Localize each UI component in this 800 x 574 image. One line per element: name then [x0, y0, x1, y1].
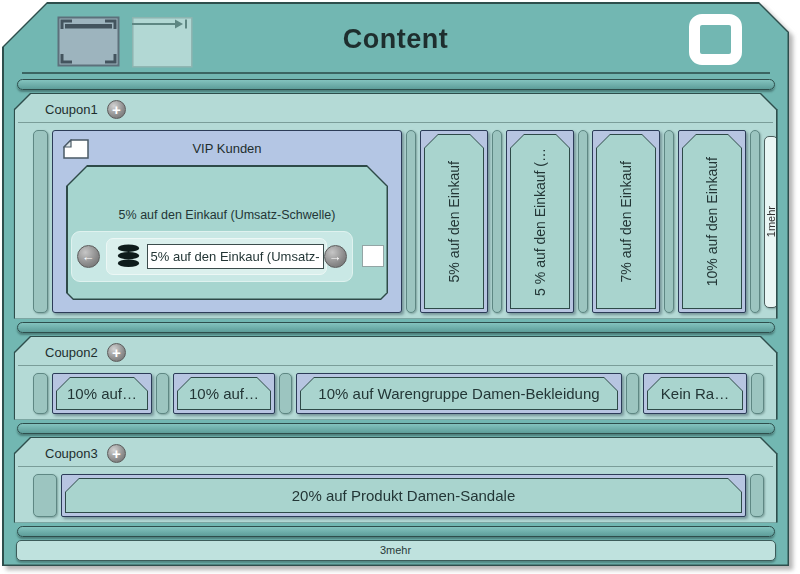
coupon-card[interactable]: 5 % auf den Einkauf (… [506, 130, 574, 313]
collapsed-bar[interactable] [17, 322, 775, 333]
coupon3-row: 20% auf Produkt Damen-Sandale [15, 469, 776, 526]
page-background: Content Coupon1 + [0, 0, 800, 574]
page-title: Content [343, 24, 448, 55]
vip-card-body-border: 5% auf den Einkauf (Umsatz-Schwelle) ← [66, 165, 388, 300]
vip-card-title: VIP Kunden [192, 141, 261, 156]
window-header: Content [4, 4, 788, 72]
collapsed-coupon-strip[interactable] [33, 130, 48, 313]
collapsed-coupon-strip[interactable] [406, 130, 416, 313]
coupon-text-input[interactable] [147, 244, 324, 269]
more-sections-button[interactable]: 3mehr [16, 540, 776, 561]
next-arrow-button[interactable]: → [324, 245, 347, 268]
document-icon [63, 139, 89, 159]
section-divider [18, 466, 773, 467]
collapsed-coupon-strip[interactable] [751, 373, 764, 414]
window-shadow: Content Coupon1 + [2, 2, 789, 566]
coupon-card[interactable]: 10% auf… [173, 373, 275, 414]
coupon2-row: 10% auf… 10% auf… [15, 368, 776, 423]
coupon-card-label: 7% auf den Einkauf [618, 161, 634, 282]
content-window: Content Coupon1 + [4, 4, 788, 565]
coupon-card-label: 10% auf den Einkauf [704, 157, 720, 286]
coupon1-label: Coupon1 [45, 102, 98, 117]
coupon-card[interactable]: 10% auf… [52, 373, 152, 414]
coupon2-header: Coupon2 + [15, 337, 776, 363]
coupon-card[interactable]: 20% auf Produkt Damen-Sandale [61, 474, 746, 517]
section-divider [18, 365, 773, 366]
collapsed-coupon-strip[interactable] [33, 373, 48, 414]
coupon-card-label: 20% auf Produkt Damen-Sandale [292, 487, 515, 504]
window-border: Content Coupon1 + [2, 2, 789, 566]
coupon-card-label: 10% auf… [189, 385, 259, 402]
coupon1-row: VIP Kunden 5% auf den Einkauf (Umsatz-Sc… [15, 125, 776, 322]
section-divider [18, 122, 773, 123]
section-coupon1: Coupon1 + [14, 93, 778, 319]
collapsed-coupon-strip[interactable] [664, 130, 674, 313]
coupon-card-label: 10% auf Warengruppe Damen-Bekleidung [318, 385, 599, 402]
collapsed-bar[interactable] [17, 79, 775, 90]
collapsed-coupon-strip[interactable] [626, 373, 639, 414]
coupon2-add-button[interactable]: + [107, 343, 126, 362]
coupon-card-label: Kein Ra… [661, 385, 729, 402]
more-coupons-button[interactable]: 1mehr [764, 136, 778, 308]
coupon-card[interactable]: 10% auf den Einkauf [678, 130, 746, 313]
vip-card-header: VIP Kunden [53, 131, 401, 165]
frame-icon[interactable] [57, 16, 120, 67]
coupon3-label: Coupon3 [45, 446, 98, 461]
flow-arrow-icon[interactable] [132, 17, 193, 68]
collapsed-coupon-strip[interactable] [279, 373, 292, 414]
collapsed-coupon-strip[interactable] [750, 474, 764, 517]
coupon1-header: Coupon1 + [15, 94, 776, 120]
coupon3-header: Coupon3 + [15, 438, 776, 464]
coupon3-add-button[interactable]: + [107, 444, 126, 463]
coupon-card-label: 5% auf den Einkauf [446, 161, 462, 282]
vip-kunden-card[interactable]: VIP Kunden 5% auf den Einkauf (Umsatz-Sc… [52, 130, 402, 313]
collapsed-bar[interactable] [17, 526, 775, 537]
rounded-square-icon[interactable] [689, 14, 742, 65]
collapsed-coupon-strip[interactable] [156, 373, 169, 414]
coupon-card-label: 10% auf… [67, 385, 137, 402]
coupon-value-box [106, 238, 327, 275]
database-icon [115, 243, 142, 270]
coupon-card-label: 5 % auf den Einkauf (… [532, 148, 548, 296]
coupon-card[interactable]: 7% auf den Einkauf [592, 130, 660, 313]
coupon-selector: ← [71, 231, 353, 282]
vip-card-body: 5% auf den Einkauf (Umsatz-Schwelle) ← [68, 167, 387, 299]
collapsed-coupon-strip[interactable] [33, 474, 57, 517]
coupon-card[interactable]: 5% auf den Einkauf [420, 130, 488, 313]
coupon-checkbox[interactable] [362, 245, 384, 267]
coupon2-label: Coupon2 [45, 345, 98, 360]
section-coupon2: Coupon2 + 10% auf… [14, 336, 778, 420]
collapsed-bar[interactable] [17, 423, 775, 434]
collapsed-coupon-strip[interactable] [492, 130, 502, 313]
coupon-control-row: ← [71, 231, 384, 282]
coupon-card[interactable]: 10% auf Warengruppe Damen-Bekleidung [296, 373, 622, 414]
coupon1-add-button[interactable]: + [107, 100, 126, 119]
coupon-description-label: 5% auf den Einkauf (Umsatz-Schwelle) [119, 208, 336, 222]
more-coupons-label: 1mehr [765, 206, 777, 237]
collapsed-coupon-strip[interactable] [750, 130, 760, 313]
collapsed-coupon-strip[interactable] [578, 130, 588, 313]
header-divider [22, 72, 770, 74]
section-coupon3: Coupon3 + 20% auf Produkt Damen-Sandale [14, 437, 778, 523]
previous-arrow-button[interactable]: ← [77, 245, 100, 268]
coupon-card[interactable]: Kein Ra… [643, 373, 747, 414]
